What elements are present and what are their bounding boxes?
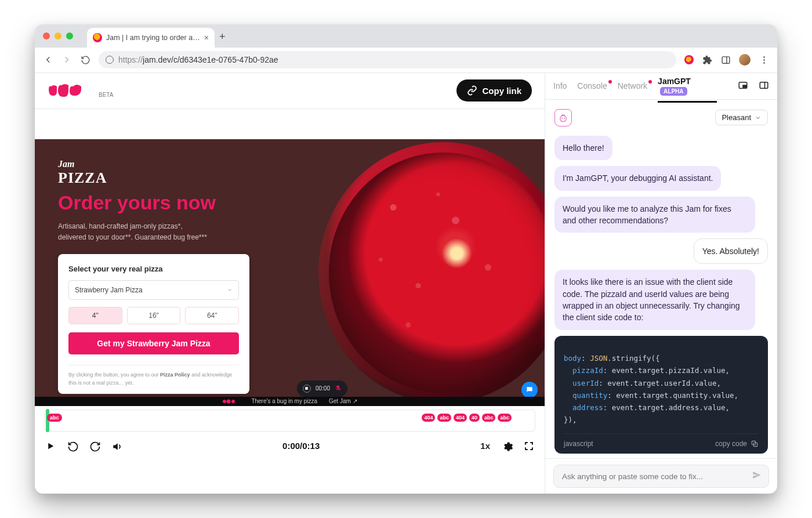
- console-badge-icon: [608, 80, 612, 84]
- app-content: BETA Copy link Jam PIZZA Order yours now: [35, 73, 777, 494]
- hero-subtitle: Artisanal, hand-crafted jam-only pizzas*…: [58, 221, 249, 242]
- chrome-menu-icon[interactable]: [759, 55, 769, 65]
- close-tab-icon[interactable]: ×: [204, 33, 209, 42]
- captured-footer: There's a bug in my pizza Get Jam ↗: [35, 397, 545, 406]
- order-fineprint: By clicking the button, you agree to our…: [68, 365, 239, 387]
- tab-info[interactable]: Info: [553, 81, 567, 90]
- chat-message-bot: Hello there!: [554, 136, 612, 160]
- timeline-area: abc 404 abc 404 40 abc abc: [35, 406, 545, 432]
- pizza-select[interactable]: Strawberry Jam Pizza: [68, 280, 239, 300]
- reload-icon[interactable]: [80, 55, 90, 65]
- chat-message-bot: It looks like there is an issue with the…: [554, 270, 755, 329]
- svg-rect-9: [743, 85, 746, 88]
- alpha-badge: ALPHA: [660, 87, 687, 96]
- right-pane: Info Console Network JamGPT ALPHA: [545, 73, 777, 494]
- tab-network[interactable]: Network: [618, 81, 647, 90]
- extensions-icon[interactable]: [702, 55, 712, 65]
- minimize-window-button[interactable]: [55, 32, 61, 39]
- forward-skip-icon[interactable]: [89, 441, 100, 451]
- svg-point-13: [564, 118, 565, 118]
- hero-title: Order yours now: [58, 191, 249, 214]
- tab-jamgpt[interactable]: JamGPT ALPHA: [658, 77, 717, 95]
- collapse-panel-icon[interactable]: [759, 80, 769, 92]
- order-card-heading: Select your very real pizza: [68, 265, 239, 273]
- send-icon[interactable]: [752, 470, 762, 482]
- fullscreen-icon[interactable]: [524, 441, 534, 451]
- jam-extension-icon[interactable]: [684, 55, 694, 64]
- svg-point-3: [763, 62, 765, 64]
- tone-selector[interactable]: Pleasant: [715, 110, 768, 125]
- copy-link-button[interactable]: Copy link: [456, 79, 532, 102]
- order-card: Select your very real pizza Strawberry J…: [58, 254, 249, 394]
- intercom-chat-icon[interactable]: [521, 382, 538, 398]
- playback-time: 0:00/0:13: [282, 441, 320, 451]
- timeline-marker-start[interactable]: abc: [47, 414, 62, 422]
- svg-point-2: [763, 59, 765, 61]
- volume-icon[interactable]: [111, 441, 122, 451]
- mic-muted-icon[interactable]: [335, 385, 342, 393]
- code-block: body: JSON.stringify({ pizzaId: event.ta…: [554, 336, 768, 454]
- jam-logo[interactable]: BETA: [48, 81, 113, 100]
- timeline-marker[interactable]: abc: [437, 414, 451, 422]
- tone-value: Pleasant: [722, 113, 751, 122]
- close-window-button[interactable]: [43, 32, 50, 39]
- toolbar-right: [684, 54, 769, 66]
- timeline-marker[interactable]: abc: [498, 414, 512, 422]
- svg-point-7: [231, 400, 235, 403]
- copy-icon: [751, 440, 759, 448]
- side-panel-icon[interactable]: [720, 55, 731, 65]
- rewind-icon[interactable]: [67, 441, 78, 451]
- window-controls: [43, 32, 73, 39]
- play-icon[interactable]: [45, 441, 56, 451]
- address-bar[interactable]: https://jam.dev/c/d6343e1e-0765-47b0-92a…: [99, 51, 676, 68]
- logo-beta-badge: BETA: [99, 92, 113, 100]
- footer-link[interactable]: Get Jam ↗: [329, 398, 357, 404]
- svg-point-11: [560, 115, 567, 122]
- url-text: https://jam.dev/c/d6343e1e-0765-47b0-92a…: [118, 55, 278, 64]
- size-selector: 4" 16" 64": [68, 307, 239, 324]
- timeline-marker[interactable]: 404: [454, 414, 467, 422]
- captured-site-logo: Jam PIZZA: [58, 159, 249, 187]
- chat-input[interactable]: [553, 465, 769, 488]
- maximize-window-button[interactable]: [66, 32, 73, 39]
- timeline-marker[interactable]: 404: [422, 414, 435, 422]
- captured-page-view: Jam PIZZA Order yours now Artisanal, han…: [35, 139, 545, 406]
- size-option-2[interactable]: 64": [185, 307, 239, 324]
- network-badge-icon: [648, 80, 652, 84]
- tab-console[interactable]: Console: [577, 81, 607, 90]
- browser-window: Jam | I am trying to order a pizz… × + h…: [35, 24, 777, 494]
- chat-scroll[interactable]: Pleasant Hello there! I'm JamGPT, your d…: [545, 100, 777, 458]
- pip-icon[interactable]: [738, 80, 748, 92]
- playback-speed[interactable]: 1x: [480, 441, 490, 451]
- timeline-marker[interactable]: 40: [469, 414, 480, 422]
- svg-point-5: [223, 400, 226, 403]
- left-pane: BETA Copy link Jam PIZZA Order yours now: [35, 73, 545, 494]
- profile-avatar[interactable]: [739, 54, 751, 66]
- pizza-select-value: Strawberry Jam Pizza: [75, 286, 143, 294]
- order-cta-button[interactable]: Get my Strawberry Jam Pizza: [68, 332, 239, 354]
- forward-icon[interactable]: [61, 55, 72, 65]
- right-tabs: Info Console Network JamGPT ALPHA: [545, 73, 777, 100]
- new-tab-button[interactable]: +: [219, 31, 226, 43]
- code-language: javascript: [564, 440, 593, 448]
- size-option-0[interactable]: 4": [68, 307, 122, 324]
- stop-record-icon[interactable]: [303, 385, 311, 393]
- code-content: body: JSON.stringify({ pizzaId: event.ta…: [564, 352, 759, 426]
- tab-favicon: [93, 33, 102, 42]
- browser-tab[interactable]: Jam | I am trying to order a pizz… ×: [87, 28, 215, 48]
- size-option-1[interactable]: 16": [127, 307, 181, 324]
- svg-point-12: [562, 118, 563, 118]
- chrome-toolbar: https://jam.dev/c/d6343e1e-0765-47b0-92a…: [35, 48, 777, 73]
- hero-image: [318, 142, 545, 403]
- timeline[interactable]: abc 404 abc 404 40 abc abc: [44, 410, 535, 432]
- chevron-down-icon: [227, 287, 233, 293]
- copy-link-label: Copy link: [482, 86, 521, 96]
- timeline-marker[interactable]: abc: [482, 414, 496, 422]
- chat-message-bot: Would you like me to analyze this Jam fo…: [554, 197, 755, 233]
- back-icon[interactable]: [43, 55, 53, 65]
- tab-title: Jam | I am trying to order a pizz…: [106, 34, 200, 42]
- bot-avatar-icon: [554, 109, 572, 126]
- site-info-icon[interactable]: [106, 56, 114, 64]
- copy-code-button[interactable]: copy code: [715, 440, 759, 448]
- settings-icon[interactable]: [502, 441, 512, 451]
